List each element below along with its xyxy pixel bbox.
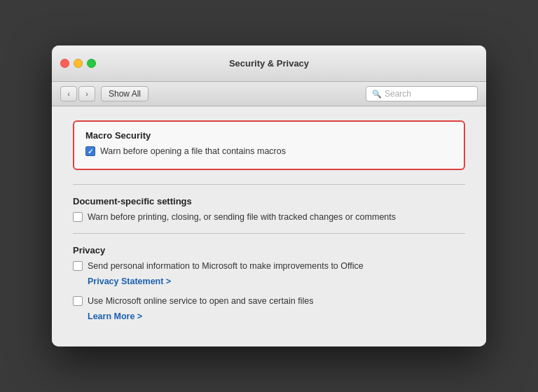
warn-macro-label: Warn before opening a file that contains… (100, 146, 286, 156)
minimize-button[interactable] (74, 59, 83, 68)
send-info-checkbox[interactable] (73, 261, 83, 271)
search-icon: 🔍 (372, 90, 382, 99)
privacy-statement-link[interactable]: Privacy Statement > (88, 276, 465, 286)
close-button[interactable] (60, 59, 69, 68)
back-button[interactable]: ‹ (60, 86, 77, 102)
traffic-lights (60, 59, 96, 68)
titlebar: Security & Privacy (52, 46, 486, 82)
toolbar: ‹ › Show All 🔍 (52, 82, 486, 106)
send-info-row: Send personal information to Microsoft t… (73, 261, 465, 271)
maximize-button[interactable] (87, 59, 96, 68)
warn-tracked-checkbox[interactable] (73, 212, 83, 222)
macro-security-title: Macro Security (85, 130, 453, 141)
document-settings-title: Document-specific settings (73, 196, 465, 206)
privacy-section: Privacy Send personal information to Mic… (73, 245, 465, 321)
search-input[interactable] (385, 89, 471, 99)
warn-tracked-row: Warn before printing, closing, or sendin… (73, 212, 465, 222)
show-all-button[interactable]: Show All (101, 86, 149, 102)
online-service-label: Use Microsoft online service to open and… (88, 296, 313, 306)
learn-more-link[interactable]: Learn More > (88, 312, 465, 321)
forward-button[interactable]: › (78, 86, 95, 102)
warn-macro-checkbox[interactable] (85, 146, 95, 156)
online-service-row: Use Microsoft online service to open and… (73, 296, 465, 306)
macro-security-section: Macro Security Warn before opening a fil… (73, 120, 465, 170)
online-service-checkbox[interactable] (73, 296, 83, 306)
search-box: 🔍 (366, 86, 478, 102)
divider-2 (73, 233, 465, 234)
window-title: Security & Privacy (229, 58, 309, 69)
main-content: Macro Security Warn before opening a fil… (52, 106, 486, 346)
send-info-label: Send personal information to Microsoft t… (88, 261, 364, 271)
divider-1 (73, 184, 465, 185)
main-window: Security & Privacy ‹ › Show All 🔍 Macro … (52, 46, 486, 346)
nav-buttons: ‹ › (60, 86, 95, 102)
warn-tracked-label: Warn before printing, closing, or sendin… (88, 212, 396, 222)
warn-macro-row: Warn before opening a file that contains… (85, 146, 453, 156)
document-settings-section: Document-specific settings Warn before p… (73, 196, 465, 222)
privacy-title: Privacy (73, 245, 465, 255)
